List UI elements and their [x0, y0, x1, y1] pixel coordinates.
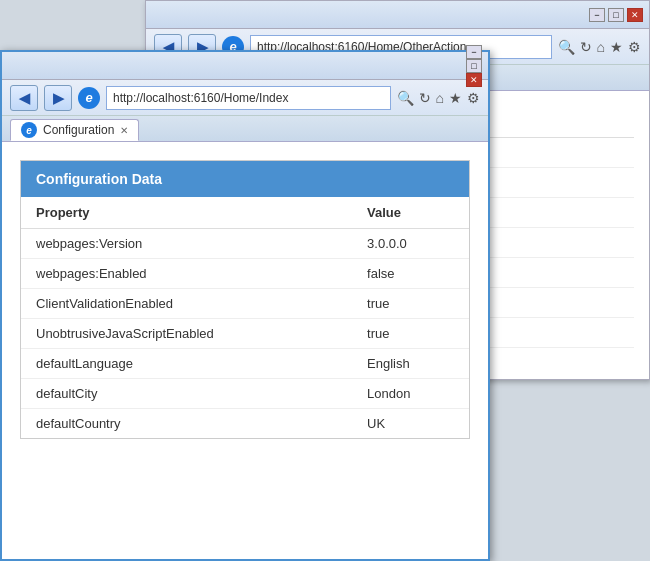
titlebar-front: − □ ✕: [2, 52, 488, 80]
value-cell: London: [352, 379, 469, 409]
maximize-button-front[interactable]: □: [466, 59, 482, 73]
back-button-front[interactable]: ◀: [10, 85, 38, 111]
maximize-button-back[interactable]: □: [608, 8, 624, 22]
value-cell: 3.0.0.0: [352, 229, 469, 259]
window-controls-front: − □ ✕: [466, 45, 482, 87]
value-column-header-front: Value: [352, 197, 469, 229]
toolbar-front: ◀ ▶ e http://localhost:6160/Home/Index 🔍…: [2, 80, 488, 116]
property-cell: webpages:Version: [21, 229, 352, 259]
content-area-front: Configuration Data Property Value webpag…: [2, 142, 488, 559]
table-row: webpages:Version3.0.0.0: [21, 229, 469, 259]
close-button-front[interactable]: ✕: [466, 73, 482, 87]
settings-icon-front[interactable]: ⚙: [467, 90, 480, 106]
settings-icon-back[interactable]: ⚙: [628, 39, 641, 55]
refresh-icon-back[interactable]: ↻: [580, 39, 592, 55]
table-row: defaultCityLondon: [21, 379, 469, 409]
address-bar-front[interactable]: http://localhost:6160/Home/Index: [106, 86, 391, 110]
favorites-icon-front[interactable]: ★: [449, 90, 462, 106]
forward-button-front[interactable]: ▶: [44, 85, 72, 111]
minimize-button-front[interactable]: −: [466, 45, 482, 59]
table-row: defaultCountryUK: [21, 409, 469, 439]
property-cell: defaultCity: [21, 379, 352, 409]
property-cell: defaultCountry: [21, 409, 352, 439]
config-title: Configuration Data: [21, 161, 469, 197]
search-icon-front[interactable]: 🔍: [397, 90, 414, 106]
value-cell: true: [352, 319, 469, 349]
toolbar-icons-front: 🔍 ↻ ⌂ ★ ⚙: [397, 90, 480, 106]
tab-front[interactable]: e Configuration ✕: [10, 119, 139, 141]
property-cell: ClientValidationEnabled: [21, 289, 352, 319]
toolbar-icons-back: 🔍 ↻ ⌂ ★ ⚙: [558, 39, 641, 55]
window-controls-back: − □ ✕: [589, 8, 643, 22]
property-cell: webpages:Enabled: [21, 259, 352, 289]
tab-icon-front: e: [21, 122, 37, 138]
ie-logo-front: e: [78, 87, 100, 109]
property-column-header: Property: [21, 197, 352, 229]
home-icon-back[interactable]: ⌂: [597, 39, 605, 55]
table-row: UnobtrusiveJavaScriptEnabledtrue: [21, 319, 469, 349]
config-container: Configuration Data Property Value webpag…: [20, 160, 470, 439]
refresh-icon-front[interactable]: ↻: [419, 90, 431, 106]
tabs-area-front: e Configuration ✕: [2, 116, 488, 142]
value-cell: true: [352, 289, 469, 319]
config-table: Property Value webpages:Version3.0.0.0we…: [21, 197, 469, 438]
property-cell: defaultLanguage: [21, 349, 352, 379]
value-cell: English: [352, 349, 469, 379]
table-row: webpages:Enabledfalse: [21, 259, 469, 289]
browser-window-front: − □ ✕ ◀ ▶ e http://localhost:6160/Home/I…: [0, 50, 490, 561]
titlebar-back: − □ ✕: [146, 1, 649, 29]
value-cell: false: [352, 259, 469, 289]
close-button-back[interactable]: ✕: [627, 8, 643, 22]
table-row: ClientValidationEnabledtrue: [21, 289, 469, 319]
table-header-row: Property Value: [21, 197, 469, 229]
favorites-icon-back[interactable]: ★: [610, 39, 623, 55]
value-cell: UK: [352, 409, 469, 439]
minimize-button-back[interactable]: −: [589, 8, 605, 22]
property-cell: UnobtrusiveJavaScriptEnabled: [21, 319, 352, 349]
search-icon-back[interactable]: 🔍: [558, 39, 575, 55]
home-icon-front[interactable]: ⌂: [436, 90, 444, 106]
tab-label-front: Configuration: [43, 123, 114, 137]
tab-close-front[interactable]: ✕: [120, 125, 128, 136]
table-row: defaultLanguageEnglish: [21, 349, 469, 379]
